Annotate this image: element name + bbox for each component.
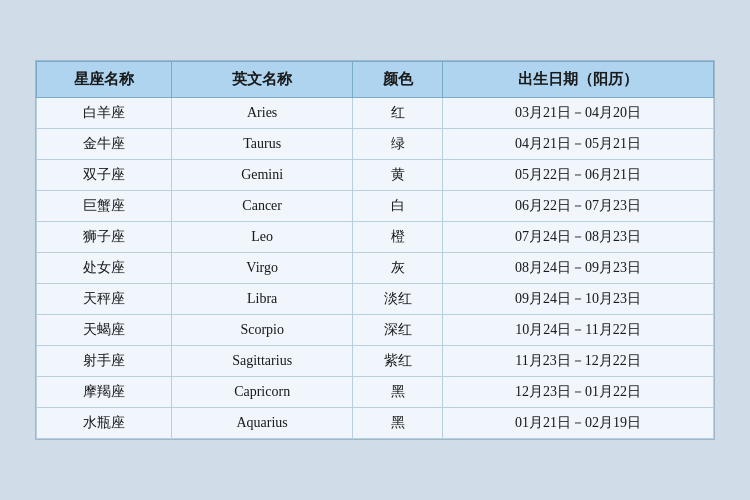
table-row: 巨蟹座Cancer白06月22日－07月23日 bbox=[37, 191, 714, 222]
cell-color: 黑 bbox=[352, 408, 442, 439]
cell-english: Sagittarius bbox=[172, 346, 353, 377]
cell-date: 04月21日－05月21日 bbox=[443, 129, 714, 160]
cell-color: 黄 bbox=[352, 160, 442, 191]
cell-chinese: 狮子座 bbox=[37, 222, 172, 253]
cell-date: 03月21日－04月20日 bbox=[443, 98, 714, 129]
cell-english: Libra bbox=[172, 284, 353, 315]
cell-date: 10月24日－11月22日 bbox=[443, 315, 714, 346]
header-chinese-name: 星座名称 bbox=[37, 62, 172, 98]
table-row: 处女座Virgo灰08月24日－09月23日 bbox=[37, 253, 714, 284]
cell-date: 07月24日－08月23日 bbox=[443, 222, 714, 253]
cell-color: 绿 bbox=[352, 129, 442, 160]
cell-chinese: 处女座 bbox=[37, 253, 172, 284]
zodiac-table-container: 星座名称 英文名称 颜色 出生日期（阳历） 白羊座Aries红03月21日－04… bbox=[35, 60, 715, 440]
table-row: 水瓶座Aquarius黑01月21日－02月19日 bbox=[37, 408, 714, 439]
cell-chinese: 白羊座 bbox=[37, 98, 172, 129]
cell-english: Capricorn bbox=[172, 377, 353, 408]
table-body: 白羊座Aries红03月21日－04月20日金牛座Taurus绿04月21日－0… bbox=[37, 98, 714, 439]
cell-english: Scorpio bbox=[172, 315, 353, 346]
cell-english: Leo bbox=[172, 222, 353, 253]
cell-chinese: 水瓶座 bbox=[37, 408, 172, 439]
table-row: 射手座Sagittarius紫红11月23日－12月22日 bbox=[37, 346, 714, 377]
header-color: 颜色 bbox=[352, 62, 442, 98]
cell-date: 09月24日－10月23日 bbox=[443, 284, 714, 315]
cell-color: 黑 bbox=[352, 377, 442, 408]
cell-date: 08月24日－09月23日 bbox=[443, 253, 714, 284]
cell-date: 06月22日－07月23日 bbox=[443, 191, 714, 222]
cell-color: 紫红 bbox=[352, 346, 442, 377]
table-header-row: 星座名称 英文名称 颜色 出生日期（阳历） bbox=[37, 62, 714, 98]
table-row: 摩羯座Capricorn黑12月23日－01月22日 bbox=[37, 377, 714, 408]
table-row: 金牛座Taurus绿04月21日－05月21日 bbox=[37, 129, 714, 160]
cell-color: 橙 bbox=[352, 222, 442, 253]
cell-date: 01月21日－02月19日 bbox=[443, 408, 714, 439]
header-date: 出生日期（阳历） bbox=[443, 62, 714, 98]
table-row: 狮子座Leo橙07月24日－08月23日 bbox=[37, 222, 714, 253]
cell-chinese: 天蝎座 bbox=[37, 315, 172, 346]
table-row: 双子座Gemini黄05月22日－06月21日 bbox=[37, 160, 714, 191]
header-english-name: 英文名称 bbox=[172, 62, 353, 98]
cell-color: 深红 bbox=[352, 315, 442, 346]
cell-chinese: 射手座 bbox=[37, 346, 172, 377]
cell-chinese: 金牛座 bbox=[37, 129, 172, 160]
zodiac-table: 星座名称 英文名称 颜色 出生日期（阳历） 白羊座Aries红03月21日－04… bbox=[36, 61, 714, 439]
cell-color: 淡红 bbox=[352, 284, 442, 315]
cell-english: Gemini bbox=[172, 160, 353, 191]
cell-english: Virgo bbox=[172, 253, 353, 284]
cell-english: Aquarius bbox=[172, 408, 353, 439]
table-row: 天秤座Libra淡红09月24日－10月23日 bbox=[37, 284, 714, 315]
cell-english: Taurus bbox=[172, 129, 353, 160]
table-row: 天蝎座Scorpio深红10月24日－11月22日 bbox=[37, 315, 714, 346]
table-row: 白羊座Aries红03月21日－04月20日 bbox=[37, 98, 714, 129]
cell-date: 12月23日－01月22日 bbox=[443, 377, 714, 408]
cell-english: Aries bbox=[172, 98, 353, 129]
cell-chinese: 摩羯座 bbox=[37, 377, 172, 408]
cell-english: Cancer bbox=[172, 191, 353, 222]
cell-chinese: 巨蟹座 bbox=[37, 191, 172, 222]
cell-color: 白 bbox=[352, 191, 442, 222]
cell-chinese: 双子座 bbox=[37, 160, 172, 191]
cell-color: 灰 bbox=[352, 253, 442, 284]
cell-date: 11月23日－12月22日 bbox=[443, 346, 714, 377]
cell-date: 05月22日－06月21日 bbox=[443, 160, 714, 191]
cell-chinese: 天秤座 bbox=[37, 284, 172, 315]
cell-color: 红 bbox=[352, 98, 442, 129]
